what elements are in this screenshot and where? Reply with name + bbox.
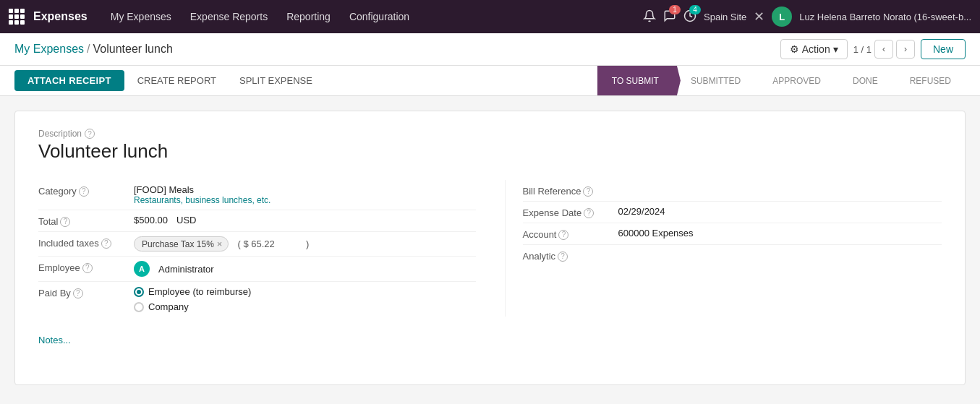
category-help-icon[interactable]: ? — [79, 186, 89, 197]
action-button[interactable]: ⚙ Action ▾ — [780, 39, 848, 59]
menu-my-expenses[interactable]: My Expenses — [102, 7, 180, 27]
split-expense-button[interactable]: SPLIT EXPENSE — [229, 66, 323, 95]
account-value: 600000 Expenses — [618, 228, 942, 238]
taxes-label: Included taxes ? — [38, 236, 125, 249]
menu-expense-reports[interactable]: Expense Reports — [182, 7, 276, 27]
analytic-help-icon[interactable]: ? — [558, 252, 568, 262]
paid-by-employee-radio[interactable] — [134, 287, 144, 297]
chevron-down-icon: ▾ — [833, 43, 838, 55]
category-label: Category ? — [38, 184, 125, 197]
stage-approved: APPROVED — [758, 66, 835, 95]
tax-amount: ( $ 65.22 ) — [237, 238, 309, 249]
form-left-column: Category ? [FOOD] Meals Restaurants, bus… — [38, 180, 476, 317]
create-report-button[interactable]: CREATE REPORT — [127, 66, 226, 95]
next-record-button[interactable]: › — [896, 40, 915, 59]
chat-badge: 1 — [669, 5, 681, 14]
bill-reference-row: Bill Reference ? — [523, 180, 942, 202]
clock-icon[interactable]: 4 — [683, 9, 696, 25]
expense-date-value: 02/29/2024 — [618, 206, 942, 217]
employee-help-icon[interactable]: ? — [82, 263, 93, 273]
total-label: Total ? — [38, 215, 125, 227]
paid-by-label: Paid By ? — [38, 286, 125, 298]
notes-section: Notes... — [38, 334, 942, 345]
activity-badge: 4 — [689, 5, 701, 14]
topnav-right: 1 4 Spain Site ✕ L Luz Helena Barreto No… — [643, 7, 971, 27]
tax-tag: Purchase Tax 15% × — [134, 236, 229, 252]
username-label: Luz Helena Barreto Norato (16-sweet-b... — [799, 12, 971, 22]
analytic-label: Analytic ? — [523, 249, 610, 262]
category-row: Category ? [FOOD] Meals Restaurants, bus… — [38, 180, 476, 210]
new-button[interactable]: New — [921, 39, 966, 59]
description-help-icon[interactable]: ? — [85, 129, 95, 139]
breadcrumb: My Expenses / Volunteer lunch — [14, 43, 173, 56]
paid-by-help-icon[interactable]: ? — [73, 288, 83, 298]
bill-reference-label: Bill Reference ? — [523, 184, 610, 197]
attach-receipt-button[interactable]: ATTACH RECEIPT — [14, 70, 124, 91]
expense-date-label: Expense Date ? — [523, 206, 610, 218]
top-navigation: Expenses My Expenses Expense Reports Rep… — [0, 0, 980, 33]
paid-by-row: Paid By ? Employee (to reimburse) Compan… — [38, 282, 476, 317]
stage-submitted: SUBMITTED — [676, 66, 755, 95]
expense-date-help-icon[interactable]: ? — [584, 208, 594, 218]
site-label: Spain Site — [704, 12, 746, 22]
remove-tax-tag-button[interactable]: × — [217, 238, 223, 249]
taxes-row: Included taxes ? Purchase Tax 15% × ( $ … — [38, 232, 476, 257]
analytic-row: Analytic ? — [523, 245, 942, 266]
bill-reference-help-icon[interactable]: ? — [583, 186, 593, 197]
taxes-help-icon[interactable]: ? — [101, 238, 111, 249]
gear-icon: ⚙ — [790, 43, 799, 55]
employee-value: A Administrator — [134, 261, 214, 277]
employee-row: Employee ? A Administrator — [38, 257, 476, 282]
total-row: Total ? $500.00 USD — [38, 210, 476, 232]
status-bar: ATTACH RECEIPT CREATE REPORT SPLIT EXPEN… — [0, 66, 980, 96]
stage-refused: REFUSED — [895, 66, 966, 95]
record-navigation: 1 / 1 ‹ › — [853, 40, 915, 59]
bell-icon[interactable] — [643, 9, 656, 25]
total-value: $500.00 USD — [134, 215, 196, 225]
breadcrumb-bar: My Expenses / Volunteer lunch ⚙ Action ▾… — [0, 33, 980, 66]
description-label: Description ? — [38, 129, 942, 139]
main-menu: My Expenses Expense Reports Reporting Co… — [102, 7, 418, 27]
chat-icon[interactable]: 1 — [663, 9, 676, 25]
employee-label: Employee ? — [38, 261, 125, 273]
taxes-value: Purchase Tax 15% × ( $ 65.22 ) — [134, 236, 309, 252]
expense-date-row: Expense Date ? 02/29/2024 — [523, 202, 942, 223]
user-avatar[interactable]: L — [772, 7, 792, 27]
pipeline-stages: TO SUBMIT SUBMITTED APPROVED DONE REFUSE… — [597, 66, 966, 95]
breadcrumb-current: Volunteer lunch — [93, 43, 173, 56]
paid-by-employee-option[interactable]: Employee (to reimburse) — [134, 286, 251, 297]
category-value: [FOOD] Meals Restaurants, business lunch… — [134, 184, 270, 205]
form-grid: Category ? [FOOD] Meals Restaurants, bus… — [38, 180, 942, 317]
notes-link[interactable]: Notes... — [38, 335, 71, 345]
breadcrumb-parent[interactable]: My Expenses — [14, 43, 84, 56]
record-position: 1 / 1 — [853, 44, 872, 55]
stage-done: DONE — [838, 66, 892, 95]
breadcrumb-separator: / — [87, 43, 90, 56]
tools-icon[interactable]: ✕ — [754, 9, 764, 25]
account-help-icon[interactable]: ? — [558, 230, 568, 240]
total-help-icon[interactable]: ? — [60, 217, 70, 227]
account-row: Account ? 600000 Expenses — [523, 223, 942, 245]
app-brand[interactable]: Expenses — [33, 10, 88, 23]
menu-configuration[interactable]: Configuration — [341, 7, 418, 27]
form-title: Volunteer lunch — [38, 140, 942, 163]
paid-by-company-option[interactable]: Company — [134, 301, 251, 312]
menu-reporting[interactable]: Reporting — [278, 7, 339, 27]
paid-by-company-radio[interactable] — [134, 302, 144, 312]
stage-to-submit: TO SUBMIT — [597, 66, 673, 95]
account-label: Account ? — [523, 228, 610, 240]
paid-by-options: Employee (to reimburse) Company — [134, 286, 251, 312]
form-card: Description ? Volunteer lunch Category ?… — [14, 111, 966, 385]
main-content: Description ? Volunteer lunch Category ?… — [0, 96, 980, 400]
employee-avatar: A — [134, 261, 150, 277]
apps-menu-icon[interactable] — [9, 9, 25, 25]
action-label: Action — [802, 43, 830, 55]
breadcrumb-actions: ⚙ Action ▾ 1 / 1 ‹ › New — [780, 39, 966, 59]
prev-record-button[interactable]: ‹ — [874, 40, 893, 59]
form-right-column: Bill Reference ? Expense Date ? 02/29/20… — [505, 180, 942, 317]
